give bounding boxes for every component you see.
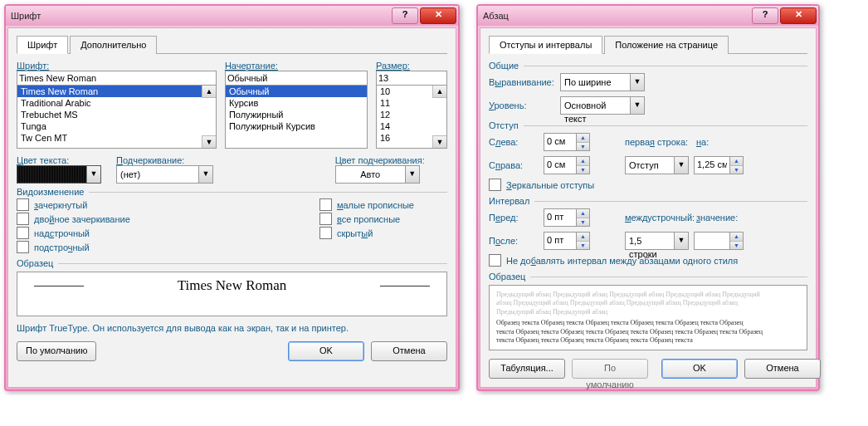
- sample-text: Times New Roman: [84, 277, 380, 294]
- para-sample-box: Предыдущий абзац Предыдущий абзац Предыд…: [489, 285, 807, 350]
- label-level: Уровень:: [489, 100, 555, 110]
- paragraph-dialog: Абзац ? ✕ Отступы и интервалы Положение …: [476, 4, 820, 391]
- group-general: Общие: [489, 61, 519, 71]
- close-button[interactable]: ✕: [780, 7, 817, 24]
- font-dialog: Шрифт ? ✕ Шрифт Дополнительно Шрифт: Tim…: [4, 4, 460, 391]
- label-after: После:: [489, 236, 539, 246]
- list-item[interactable]: Полужирный Курсив: [226, 120, 367, 132]
- list-item[interactable]: Полужирный: [226, 109, 367, 120]
- label-linespacing: междустрочный:: [625, 213, 691, 223]
- font-title: Шрифт: [11, 11, 390, 21]
- chevron-down-icon[interactable]: ▼: [630, 97, 644, 114]
- label-left: Слева:: [489, 137, 539, 147]
- font-tabstrip: Шрифт Дополнительно: [17, 35, 447, 54]
- group-interval: Интервал: [489, 196, 529, 206]
- chk-superscript[interactable]: надстрочный: [17, 227, 130, 239]
- chevron-down-icon[interactable]: ▼: [198, 166, 212, 183]
- help-button[interactable]: ?: [752, 7, 778, 24]
- chk-doublestrike[interactable]: двойное зачеркивание: [17, 213, 130, 225]
- chk-no-add[interactable]: Не добавлять интервал между абзацами одн…: [489, 254, 807, 267]
- label-align: Выравнивание:: [489, 77, 555, 87]
- list-item[interactable]: 12: [377, 109, 446, 120]
- group-sample: Образец: [17, 258, 53, 268]
- list-item[interactable]: Tunga: [17, 120, 216, 132]
- default-button[interactable]: По умолчанию: [572, 359, 648, 379]
- para-tabstrip: Отступы и интервалы Положение на страниц…: [489, 35, 807, 54]
- tab-advanced[interactable]: Дополнительно: [70, 36, 157, 54]
- group-effects: Видоизменение: [17, 187, 84, 197]
- scroll-up-icon[interactable]: ▲: [202, 86, 216, 98]
- chk-hidden[interactable]: скрытый: [319, 227, 414, 239]
- label-before: Перед:: [489, 213, 539, 223]
- font-name-input[interactable]: [17, 71, 217, 86]
- before-spinner[interactable]: ▲▼: [544, 208, 590, 227]
- label-at: значение:: [696, 213, 734, 223]
- label-right: Справа:: [489, 160, 539, 170]
- by-spinner[interactable]: ▲▼: [694, 156, 744, 174]
- help-button[interactable]: ?: [392, 7, 418, 24]
- cancel-button[interactable]: Отмена: [371, 341, 447, 361]
- label-underline-color: Цвет подчеркивания:: [335, 155, 425, 165]
- underline-color-dropdown[interactable]: Авто ▼: [335, 165, 420, 184]
- para-titlebar[interactable]: Абзац ? ✕: [478, 6, 818, 26]
- scroll-down-icon[interactable]: ▼: [432, 135, 446, 148]
- group-sample: Образец: [489, 272, 525, 282]
- font-hint: Шрифт TrueType. Он используется для выво…: [17, 323, 447, 333]
- linespacing-dropdown[interactable]: 1,5 строки▼: [625, 232, 689, 250]
- font-list[interactable]: Times New Roman Traditional Arabic Trebu…: [17, 85, 217, 149]
- label-style: Начертание:: [225, 61, 368, 71]
- close-button[interactable]: ✕: [420, 7, 456, 24]
- at-spinner[interactable]: ▲▼: [694, 232, 744, 250]
- chevron-down-icon[interactable]: ▼: [630, 74, 644, 91]
- ok-button[interactable]: OK: [661, 359, 738, 379]
- chevron-down-icon[interactable]: ▼: [674, 157, 688, 174]
- para-title: Абзац: [483, 11, 750, 21]
- chk-strike[interactable]: зачеркнутый: [17, 198, 130, 211]
- tab-font[interactable]: Шрифт: [17, 36, 68, 54]
- label-by: на:: [696, 137, 717, 147]
- chk-smallcaps[interactable]: малые прописные: [319, 198, 414, 211]
- align-dropdown[interactable]: По ширине▼: [560, 73, 645, 91]
- list-item[interactable]: Курсив: [226, 97, 367, 109]
- chevron-down-icon[interactable]: ▼: [674, 233, 688, 249]
- scroll-down-icon[interactable]: ▼: [202, 135, 216, 148]
- list-item[interactable]: 11: [377, 97, 446, 109]
- chk-subscript[interactable]: подстрочный: [17, 241, 130, 253]
- ok-button[interactable]: OK: [288, 341, 364, 361]
- chevron-down-icon[interactable]: ▼: [405, 166, 419, 183]
- label-font: Шрифт:: [17, 61, 217, 71]
- chk-mirror[interactable]: Зеркальные отступы: [489, 179, 807, 191]
- indent-left-spinner[interactable]: ▲▼: [544, 133, 590, 151]
- list-item[interactable]: 14: [377, 120, 446, 132]
- underline-dropdown[interactable]: (нет) ▼: [116, 165, 213, 184]
- firstline-dropdown[interactable]: Отступ▼: [625, 156, 689, 174]
- group-indent: Отступ: [489, 120, 519, 130]
- label-color: Цвет текста:: [17, 155, 101, 165]
- level-dropdown[interactable]: Основной текст▼: [560, 96, 645, 115]
- chk-allcaps[interactable]: все прописные: [319, 213, 414, 225]
- font-sample-box: Times New Roman: [17, 272, 447, 316]
- list-item[interactable]: Times New Roman: [17, 86, 216, 97]
- indent-right-spinner[interactable]: ▲▼: [544, 156, 590, 174]
- style-list[interactable]: Обычный Курсив Полужирный Полужирный Кур…: [225, 85, 368, 149]
- cancel-button[interactable]: Отмена: [744, 359, 821, 379]
- tabs-button[interactable]: Табуляция...: [489, 359, 565, 379]
- list-item[interactable]: Trebuchet MS: [17, 109, 216, 120]
- default-button[interactable]: По умолчанию: [17, 341, 96, 361]
- font-titlebar[interactable]: Шрифт ? ✕: [6, 6, 458, 26]
- list-item[interactable]: Traditional Arabic: [17, 97, 216, 109]
- font-style-input[interactable]: [225, 71, 368, 86]
- chevron-down-icon[interactable]: ▼: [86, 166, 100, 183]
- scroll-up-icon[interactable]: ▲: [432, 86, 446, 98]
- font-size-input[interactable]: [376, 71, 447, 86]
- after-spinner[interactable]: ▲▼: [544, 232, 590, 250]
- tab-indents[interactable]: Отступы и интервалы: [489, 36, 602, 54]
- list-item[interactable]: Tw Cen MT: [17, 132, 216, 144]
- label-size: Размер:: [376, 61, 447, 71]
- list-item[interactable]: Обычный: [226, 86, 367, 97]
- label-underline: Подчеркивание:: [116, 155, 320, 165]
- tab-position[interactable]: Положение на странице: [604, 36, 729, 54]
- font-color-dropdown[interactable]: ▼: [17, 165, 101, 184]
- label-firstline: первая строка:: [625, 137, 691, 147]
- size-list[interactable]: 10 11 12 14 16 ▲ ▼: [376, 85, 447, 149]
